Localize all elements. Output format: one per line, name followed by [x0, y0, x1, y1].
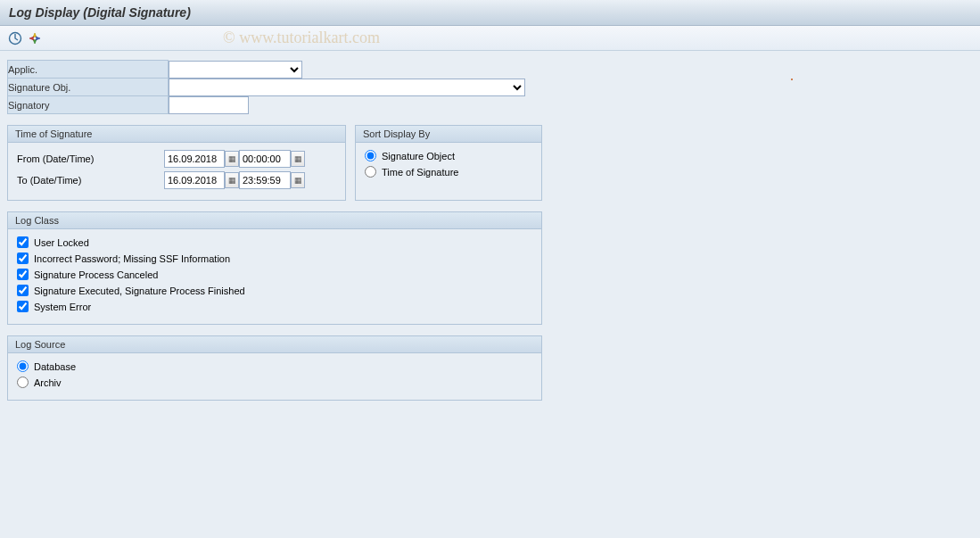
decorative-dot: [791, 79, 793, 80]
logclass-label-4: System Error: [34, 302, 91, 312]
to-time-picker-icon[interactable]: ▦: [291, 172, 305, 188]
time-of-signature-group: Time of Signature From (Date/Time) ▦▦ To…: [7, 125, 346, 201]
logclass-check-1[interactable]: [17, 252, 29, 264]
applic-select[interactable]: [169, 61, 302, 79]
sort-option-time[interactable]: Time of Signature: [365, 166, 532, 178]
logclass-item-sig-executed[interactable]: Signature Executed, Signature Process Fi…: [17, 285, 532, 296]
sort-option-signature-object[interactable]: Signature Object: [365, 150, 532, 161]
sort-radio-sigobj-label: Signature Object: [382, 151, 455, 161]
logclass-label-2: Signature Process Canceled: [34, 269, 158, 280]
logclass-check-0[interactable]: [17, 236, 29, 248]
from-label: From (Date/Time): [17, 153, 164, 164]
variant-icon[interactable]: [27, 30, 43, 46]
logsrc-radio-archiv-label: Archiv: [34, 377, 62, 388]
logsrc-option-archiv[interactable]: Archiv: [17, 377, 532, 388]
sort-radio-sigobj[interactable]: [365, 150, 376, 161]
log-source-group: Log Source Database Archiv: [7, 335, 542, 401]
page-title-bar: Log Display (Digital Signature): [0, 0, 980, 26]
time-group-title: Time of Signature: [8, 126, 345, 143]
logclass-item-user-locked[interactable]: User Locked: [17, 236, 532, 248]
logclass-label-0: User Locked: [34, 237, 89, 248]
logclass-title: Log Class: [8, 212, 541, 229]
sigobj-label: Signature Obj.: [8, 79, 169, 96]
log-class-group: Log Class User Locked Incorrect Password…: [7, 211, 542, 325]
to-time-input[interactable]: [239, 171, 291, 189]
logsrc-title: Log Source: [8, 336, 541, 353]
sort-display-group: Sort Display By Signature Object Time of…: [355, 125, 542, 201]
toolbar: [0, 26, 980, 51]
logsrc-radio-db[interactable]: [17, 360, 29, 372]
header-fields: Applic. Signature Obj. Signatory: [7, 60, 526, 114]
execute-icon[interactable]: [7, 30, 23, 46]
logclass-check-4[interactable]: [17, 301, 29, 312]
form-content: Applic. Signature Obj. Signatory Time of…: [0, 51, 980, 410]
logclass-item-sig-canceled[interactable]: Signature Process Canceled: [17, 269, 532, 280]
applic-label: Applic.: [8, 61, 169, 79]
signatory-input[interactable]: [169, 96, 249, 114]
logclass-item-system-error[interactable]: System Error: [17, 301, 532, 312]
logclass-check-2[interactable]: [17, 269, 29, 280]
to-date-picker-icon[interactable]: ▦: [225, 172, 239, 188]
signatory-label: Signatory: [8, 96, 169, 114]
from-time-input[interactable]: [239, 150, 291, 168]
logsrc-radio-db-label: Database: [34, 361, 76, 372]
logclass-item-incorrect-password[interactable]: Incorrect Password; Missing SSF Informat…: [17, 252, 532, 264]
sigobj-select[interactable]: [169, 79, 525, 96]
sort-radio-time-label: Time of Signature: [382, 167, 458, 178]
from-date-picker-icon[interactable]: ▦: [225, 151, 239, 167]
to-label: To (Date/Time): [17, 175, 164, 186]
to-date-input[interactable]: [164, 171, 225, 189]
logclass-label-1: Incorrect Password; Missing SSF Informat…: [34, 253, 230, 264]
from-date-input[interactable]: [164, 150, 225, 168]
logsrc-option-database[interactable]: Database: [17, 360, 532, 372]
page-title: Log Display (Digital Signature): [9, 5, 191, 20]
from-time-picker-icon[interactable]: ▦: [291, 151, 305, 167]
logclass-label-3: Signature Executed, Signature Process Fi…: [34, 286, 245, 296]
sort-group-title: Sort Display By: [356, 126, 541, 143]
logclass-check-3[interactable]: [17, 285, 29, 296]
sort-radio-time[interactable]: [365, 166, 376, 178]
logsrc-radio-archiv[interactable]: [17, 377, 29, 388]
